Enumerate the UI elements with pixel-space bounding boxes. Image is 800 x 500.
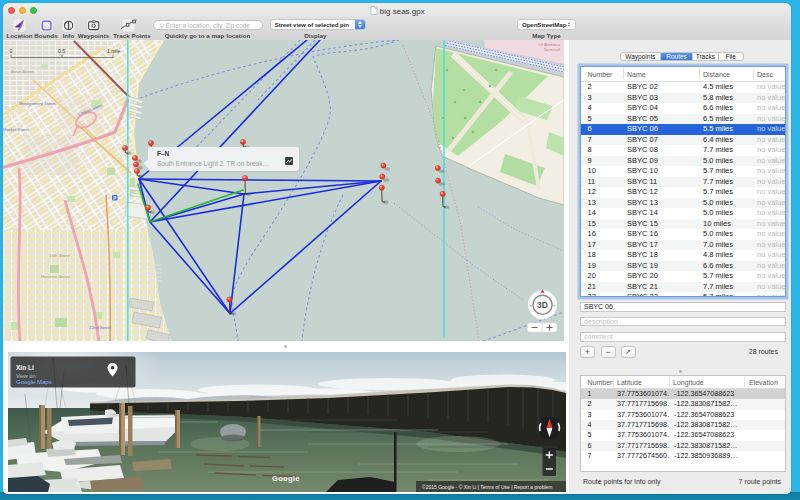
svg-text:South Entrance Light 2. TR on: South Entrance Light 2. TR on break… <box>157 160 269 168</box>
svg-text:©2015 Google - © Xin Li | Term: ©2015 Google - © Xin Li | Terms of Use |… <box>422 484 553 490</box>
svg-text:Montgomery Street: Montgomery Street <box>19 101 56 106</box>
svg-text:16th Street: 16th Street <box>49 253 71 258</box>
svg-text:+: + <box>552 302 556 308</box>
svg-text:0.5: 0.5 <box>58 48 65 54</box>
svg-text:Bush Street: Bush Street <box>11 69 34 74</box>
svg-text:Google Maps: Google Maps <box>16 379 52 385</box>
svg-text:0: 0 <box>10 48 13 54</box>
svg-text:Harrison Street: Harrison Street <box>41 274 71 279</box>
svg-text:Market Street: Market Street <box>3 127 30 132</box>
svg-text:Of America: Of America <box>538 42 560 47</box>
svg-text:1 mile: 1 mile <box>107 48 121 54</box>
svg-text:22nd Street: 22nd Street <box>89 325 112 330</box>
svg-text:+: + <box>529 302 533 308</box>
svg-text:P: P <box>113 196 116 201</box>
svg-text:F–N: F–N <box>157 150 170 157</box>
svg-text:Google: Google <box>272 474 300 483</box>
svg-text:Terminal: Terminal <box>543 47 560 52</box>
svg-text:3D: 3D <box>537 300 548 310</box>
svg-text:Xin Li: Xin Li <box>16 364 34 371</box>
